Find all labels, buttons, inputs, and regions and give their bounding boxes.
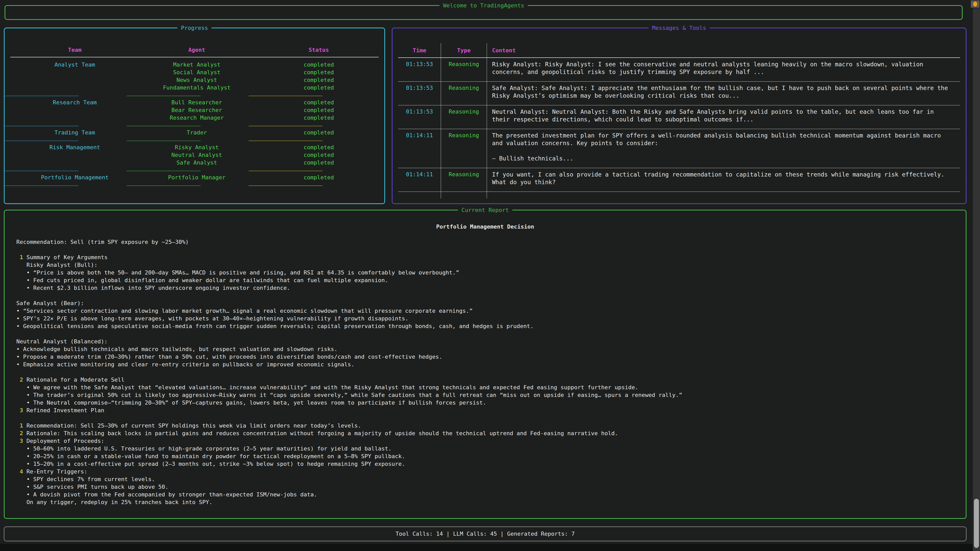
- progress-agent-cell: News Analyst: [160, 76, 234, 84]
- progress-row: Fundamentals Analystcompleted: [38, 84, 384, 92]
- progress-column-team: Team: [38, 46, 112, 54]
- progress-column-status: Status: [282, 46, 356, 54]
- report-line-text: Safe Analyst (Bear):: [16, 300, 84, 306]
- progress-divider-team-segment: [5, 186, 79, 186]
- progress-status-cell: completed: [282, 84, 356, 92]
- report-line: 3 Refined Investment Plan: [16, 407, 958, 414]
- report-heading: Portfolio Management Decision: [5, 223, 966, 230]
- progress-status-cell: completed: [282, 151, 356, 159]
- progress-team-cell: Analyst Team: [38, 61, 112, 68]
- progress-status-cell: completed: [282, 129, 356, 137]
- progress-status-cell: completed: [282, 106, 356, 114]
- report-line: • “Services sector contraction and slowi…: [16, 307, 958, 315]
- progress-team-cell: Research Team: [38, 99, 112, 106]
- report-line: 1 Recommendation: Sell 25–30% of current…: [16, 422, 958, 430]
- report-line-text: Refined Investment Plan: [23, 407, 104, 413]
- report-line-text: • “Services sector contraction and slowi…: [16, 308, 473, 314]
- progress-agent-cell: Trader: [160, 129, 234, 137]
- report-line: • The Neutral compromise—“trimming 20–30…: [16, 399, 958, 407]
- messages-column-content: Content: [487, 43, 960, 57]
- progress-agent-cell: Neutral Analyst: [160, 151, 234, 159]
- progress-divider-team-segment: [5, 126, 79, 126]
- progress-status-cell: completed: [282, 68, 356, 76]
- report-line-text: • We agree with the Safe Analyst that “e…: [16, 384, 638, 391]
- scroll-indicator: [971, 0, 980, 8]
- messages-column-type: Type: [441, 43, 487, 57]
- message-type-cell: Reasoning: [441, 58, 487, 81]
- current-report-panel: Current Report Portfolio Management Deci…: [4, 210, 966, 519]
- progress-team-cell: Trading Team: [38, 129, 112, 137]
- progress-divider-status-segment: [248, 171, 323, 171]
- progress-group-divider: [5, 126, 384, 126]
- report-line: • 50–60% into laddered U.S. Treasuries o…: [16, 445, 958, 453]
- progress-team-cell: [38, 151, 112, 159]
- progress-team-cell: [38, 76, 112, 84]
- scroll-indicator-dot: [973, 2, 977, 6]
- scrollbar-track[interactable]: [973, 8, 980, 551]
- report-line-text: Summary of Key Arguments: [23, 254, 108, 260]
- report-line-text: On any trigger, redeploy in 25% tranches…: [16, 499, 212, 505]
- report-line-text: • S&P services PMI turns back up above 5…: [16, 484, 169, 490]
- progress-status-cell: completed: [282, 99, 356, 106]
- progress-divider-agent-segment: [127, 126, 200, 126]
- message-type-cell: Reasoning: [441, 168, 487, 192]
- report-line-text: Risky Analyst (Bull):: [16, 262, 97, 268]
- report-line: On any trigger, redeploy in 25% tranches…: [16, 499, 958, 506]
- report-line-text: • 20–25% in cash or a stable-value fund …: [16, 453, 405, 459]
- progress-team-cell: Portfolio Management: [38, 174, 112, 181]
- report-line-text: Re-Entry Triggers:: [23, 468, 88, 475]
- current-report-panel-title: Current Report: [458, 206, 512, 214]
- message-row: 01:13:53ReasoningSafe Analyst: Safe Anal…: [398, 82, 960, 105]
- scrollbar[interactable]: [970, 0, 980, 551]
- messages-table-body: 01:13:53ReasoningRisky Analyst: Risky An…: [398, 58, 960, 198]
- report-line: • 15–20% in a cost-effective put spread …: [16, 460, 958, 468]
- progress-row: Analyst TeamMarket Analystcompleted: [38, 61, 384, 68]
- report-line: [16, 368, 958, 376]
- report-line: 3 Deployment of Proceeds:: [16, 437, 958, 445]
- report-line-text: • SPY’s 22× P/E is above long-term avera…: [16, 315, 408, 322]
- progress-agent-cell: Market Analyst: [160, 61, 234, 68]
- progress-row: Research Managercompleted: [38, 114, 384, 122]
- progress-header-separator: [10, 57, 379, 57]
- message-type-cell: Reasoning: [441, 82, 487, 105]
- banner: Welcome to TradingAgents: [5, 5, 963, 20]
- message-row: 01:14:11ReasoningIf you want, I can also…: [398, 168, 960, 192]
- report-line: • “Price is above both the 50– and 200–d…: [16, 269, 958, 276]
- message-content-cell: Safe Analyst: Safe Analyst: I appreciate…: [487, 82, 960, 105]
- report-line-number: 3: [16, 407, 23, 413]
- message-row: 01:13:53ReasoningNeutral Analyst: Neutra…: [398, 105, 960, 129]
- progress-row: Research TeamBull Researchercompleted: [38, 99, 384, 106]
- report-line-text: Neutral Analyst (Balanced):: [16, 338, 108, 345]
- messages-column-time: Time: [398, 43, 441, 57]
- report-line: • Emphasize active monitoring and clear …: [16, 361, 958, 368]
- report-line-text: • 15–20% in a cost-effective put spread …: [16, 461, 405, 467]
- message-time-cell: 01:13:53: [398, 58, 441, 81]
- progress-table-header: Team Agent Status: [38, 46, 384, 54]
- report-line-number: 2: [16, 430, 23, 437]
- progress-divider-agent-segment: [127, 96, 200, 96]
- report-line-text: • 50–60% into laddered U.S. Treasuries o…: [16, 445, 391, 452]
- messages-table-header: Time Type Content: [398, 43, 960, 58]
- progress-status-cell: completed: [282, 76, 356, 84]
- report-line-number: 1: [16, 422, 23, 429]
- report-line-number: 4: [16, 468, 23, 475]
- progress-group-divider: [5, 96, 384, 96]
- report-line-text: • Emphasize active monitoring and clear …: [16, 361, 355, 368]
- progress-divider-team-segment: [5, 141, 79, 141]
- progress-divider-agent-segment: [127, 141, 200, 141]
- report-line-text: • Propose a moderate trim (20–30%) rathe…: [16, 354, 442, 360]
- report-line: • Fed cuts priced in, global disinflatio…: [16, 276, 958, 284]
- report-line: Risky Analyst (Bull):: [16, 261, 958, 269]
- progress-agent-cell: Fundamentals Analyst: [160, 84, 234, 92]
- report-line: [16, 246, 958, 254]
- report-line: • We agree with the Safe Analyst that “e…: [16, 384, 958, 391]
- report-line: • SPY declines 7% from current levels.: [16, 475, 958, 483]
- report-line: 2 Rationale for a Moderate Sell: [16, 376, 958, 384]
- progress-agent-cell: Social Analyst: [160, 68, 234, 76]
- report-line: • SPY’s 22× P/E is above long-term avera…: [16, 315, 958, 322]
- progress-row: Portfolio ManagementPortfolio Managercom…: [38, 174, 384, 181]
- report-line: Recommendation: Sell (trim SPY exposure …: [16, 238, 958, 246]
- progress-status-cell: completed: [282, 61, 356, 68]
- report-line: [16, 414, 958, 422]
- scrollbar-thumb[interactable]: [974, 499, 979, 548]
